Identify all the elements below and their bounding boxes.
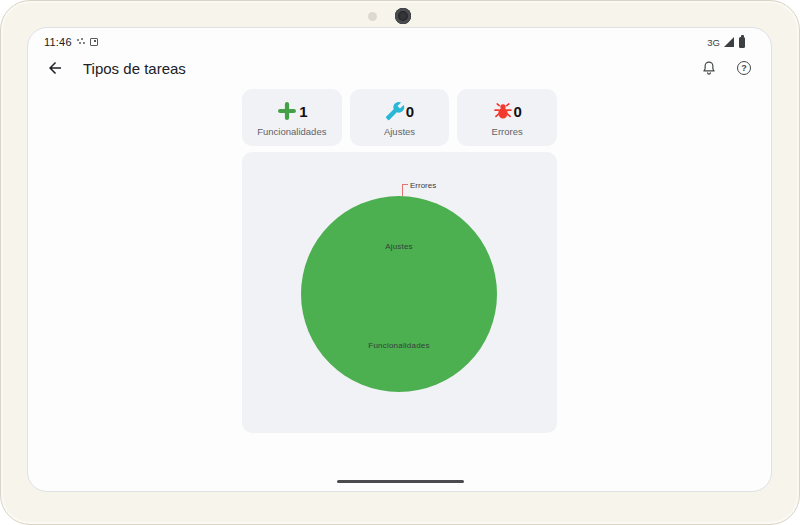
- pie-label-funcionalidades: Funcionalidades: [368, 341, 429, 350]
- main-content: 1 Funcionalidades 0 Ajustes: [242, 89, 557, 433]
- task-types-pie-chart: Errores Ajustes Funcionalidades: [242, 152, 557, 433]
- help-icon: ?: [741, 63, 747, 73]
- pie-slice-funcionalidades[interactable]: [301, 196, 497, 392]
- status-right: 3G: [707, 37, 745, 48]
- pie-label-ajustes: Ajustes: [385, 242, 413, 251]
- tablet-device: 11:46 3G Tipos de tareas ?: [0, 0, 800, 525]
- stat-value: 1: [299, 103, 307, 120]
- errores-leader-line: [402, 184, 408, 196]
- signal-icon: [724, 37, 734, 47]
- screenshot-icon: [90, 38, 98, 46]
- wrench-icon: [385, 101, 405, 121]
- stat-value: 0: [406, 103, 414, 120]
- stat-card-errores[interactable]: 0 Errores: [457, 89, 557, 146]
- stat-label: Errores: [492, 126, 523, 137]
- network-type-label: 3G: [707, 37, 720, 48]
- app-bar-actions: ?: [700, 59, 751, 77]
- pie-label-errores: Errores: [410, 181, 436, 190]
- plus-icon: [276, 100, 298, 122]
- gesture-navigation-handle[interactable]: [337, 480, 464, 484]
- screen: 11:46 3G Tipos de tareas ?: [27, 27, 772, 492]
- stat-label: Ajustes: [384, 126, 415, 137]
- back-arrow-icon: [46, 59, 64, 77]
- stat-label: Funcionalidades: [257, 126, 326, 137]
- help-button[interactable]: ?: [737, 61, 751, 75]
- light-sensor-dot: [368, 12, 377, 21]
- bell-icon: [701, 60, 717, 76]
- stat-cards-row: 1 Funcionalidades 0 Ajustes: [242, 89, 557, 146]
- status-clock: 11:46: [44, 36, 72, 48]
- notification-dots-icon: [77, 38, 85, 46]
- stat-card-ajustes[interactable]: 0 Ajustes: [350, 89, 450, 146]
- back-button[interactable]: [44, 57, 66, 79]
- status-left: 11:46: [44, 36, 98, 48]
- stat-value: 0: [514, 103, 522, 120]
- stat-card-funcionalidades[interactable]: 1 Funcionalidades: [242, 89, 342, 146]
- notifications-button[interactable]: [700, 59, 718, 77]
- page-title: Tipos de tareas: [83, 60, 186, 77]
- status-bar: 11:46 3G: [28, 28, 771, 48]
- battery-icon: [739, 37, 745, 48]
- bug-icon: [493, 101, 513, 121]
- front-camera: [395, 8, 411, 24]
- app-bar: Tipos de tareas ?: [28, 48, 771, 85]
